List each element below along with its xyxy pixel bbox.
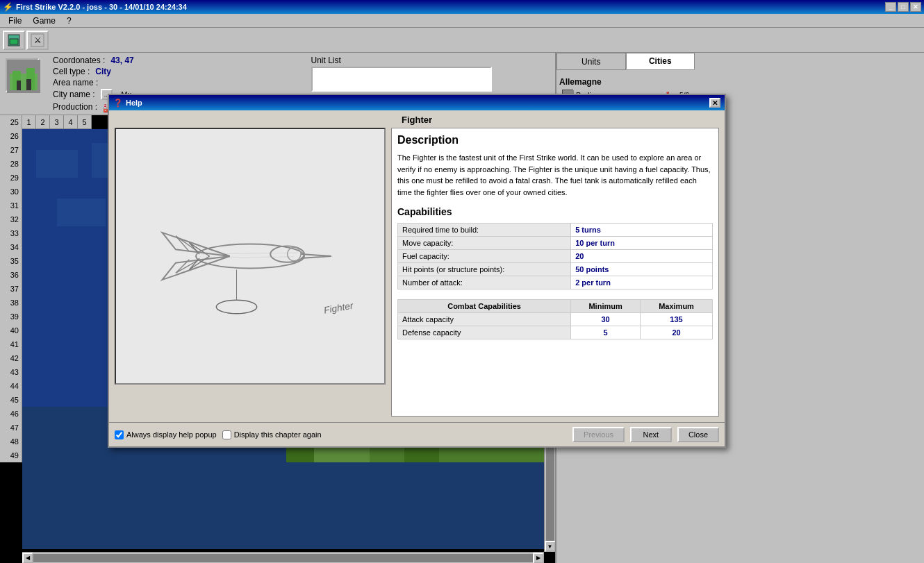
display-chapter-checkbox[interactable] — [222, 430, 231, 439]
menu-game[interactable]: Game — [27, 15, 61, 27]
svg-rect-9 — [26, 79, 31, 90]
combat-row-0: Attack capacity 30 135 — [398, 313, 713, 326]
row-48: 48 — [0, 435, 22, 448]
toolbar: ⚔ — [0, 28, 924, 53]
close-button[interactable]: ✕ — [910, 2, 921, 12]
next-button[interactable]: Next — [630, 427, 672, 442]
always-display-label: Always display help popup — [126, 430, 217, 439]
city-icon — [6, 58, 39, 92]
row-39: 39 — [0, 310, 22, 323]
dialog-subtitle: Fighter — [109, 110, 725, 128]
app-title: First Strike V2.2.0 - joss - 30 - 14/01/… — [16, 3, 187, 11]
row-30: 30 — [0, 185, 22, 199]
cap-value-1: 10 per turn — [571, 237, 713, 250]
cap-label-1: Move capacity: — [398, 237, 571, 250]
cap-label-2: Fuel capacity: — [398, 250, 571, 263]
cell-value: City — [95, 67, 111, 76]
row-25: 25 — [0, 115, 22, 129]
row-37: 37 — [0, 282, 22, 296]
cap-value-4: 2 per turn — [571, 276, 713, 289]
svg-text:⚔: ⚔ — [34, 35, 42, 45]
combat-header-row: Combat Capabilities Minimum Maximum — [398, 300, 713, 313]
cap-value-3: 50 points — [571, 263, 713, 276]
combat-table: Combat Capabilities Minimum Maximum Atta… — [397, 299, 713, 339]
combat-max-0: 135 — [641, 313, 713, 326]
col-1: 1 — [22, 115, 36, 128]
coord-value: 43, 47 — [110, 56, 133, 65]
combat-col-header-1: Minimum — [571, 300, 641, 313]
app-icon: ⚡ — [3, 2, 13, 12]
cell-row: Cell type : City — [53, 67, 292, 76]
cap-value-2: 20 — [571, 250, 713, 263]
tab-cities[interactable]: Cities — [626, 53, 695, 69]
scroll-down-button[interactable]: ▼ — [545, 541, 556, 552]
tabs-area: Units Cities — [556, 53, 695, 70]
always-display-checkbox[interactable] — [115, 430, 124, 439]
title-bar-right: _ □ ✕ — [885, 2, 921, 12]
row-41: 41 — [0, 337, 22, 351]
coord-label: Coordonates : — [53, 56, 105, 65]
cap-label-0: Required time to build: — [398, 224, 571, 237]
capabilities-table: Required time to build: 5 turns Move cap… — [397, 223, 713, 289]
tab-units[interactable]: Units — [556, 53, 626, 69]
row-34: 34 — [0, 240, 22, 254]
horizontal-scrollbar[interactable]: ◀ ▶ — [22, 552, 544, 563]
title-bar: ⚡ First Strike V2.2.0 - joss - 30 - 14/0… — [0, 0, 924, 14]
cap-label-4: Number of attack: — [398, 276, 571, 289]
dialog-close-button[interactable]: ✕ — [709, 98, 720, 108]
title-bar-left: ⚡ First Strike V2.2.0 - joss - 30 - 14/0… — [3, 2, 187, 12]
col-2: 2 — [36, 115, 50, 128]
area-row: Area name : — [53, 78, 292, 87]
col-4: 4 — [64, 115, 78, 128]
toolbar-attack-button[interactable]: ⚔ — [26, 31, 49, 50]
previous-button[interactable]: Previous — [572, 427, 625, 442]
checkbox2-area: Display this chapter again — [222, 430, 322, 439]
combat-min-0: 30 — [571, 313, 641, 326]
dialog-title-bar: ❓ Help ✕ — [109, 95, 725, 110]
svg-text:Fighter: Fighter — [323, 301, 354, 316]
row-26: 26 — [0, 129, 22, 143]
combat-min-1: 5 — [571, 326, 641, 339]
row-45: 45 — [0, 393, 22, 407]
menu-help[interactable]: ? — [61, 15, 77, 27]
row-47: 47 — [0, 421, 22, 435]
fighter-image: Fighter — [115, 128, 386, 385]
combat-label-1: Defense capacity — [398, 326, 571, 339]
dialog-content: Fighter Description The Fighter is the f… — [109, 128, 725, 422]
scroll-right-button[interactable]: ▶ — [533, 553, 544, 564]
minimize-button[interactable]: _ — [885, 2, 896, 12]
combat-max-1: 20 — [641, 326, 713, 339]
menu-file[interactable]: File — [3, 15, 27, 27]
help-icon: ❓ — [113, 99, 123, 108]
col-numbers: 1 2 3 4 5 — [22, 115, 92, 129]
horizontal-scroll-track[interactable] — [33, 554, 533, 562]
description-title: Description — [397, 134, 713, 146]
production-label: Production : — [53, 102, 97, 112]
info-scroll-area[interactable]: Description The Fighter is the fastest u… — [391, 128, 719, 417]
svg-line-46 — [203, 253, 297, 254]
cap-row-4: Number of attack: 2 per turn — [398, 276, 713, 289]
scroll-left-button[interactable]: ◀ — [22, 553, 33, 564]
unit-list-box — [311, 67, 492, 92]
checkbox1-area: Always display help popup — [115, 430, 217, 439]
combat-label-0: Attack capacity — [398, 313, 571, 326]
combat-row-1: Defense capacity 5 20 — [398, 326, 713, 339]
close-dialog-button[interactable]: Close — [677, 427, 719, 442]
help-dialog: ❓ Help ✕ Fighter — [108, 94, 726, 448]
maximize-button[interactable]: □ — [898, 2, 909, 12]
row-32: 32 — [0, 212, 22, 226]
toolbar-home-button[interactable] — [3, 31, 25, 50]
row-35: 35 — [0, 254, 22, 268]
row-38: 38 — [0, 296, 22, 310]
svg-point-43 — [216, 300, 256, 313]
area-label: Area name : — [53, 78, 98, 87]
row-49: 49 — [0, 448, 22, 462]
cap-row-0: Required time to build: 5 turns — [398, 224, 713, 237]
row-46: 46 — [0, 407, 22, 421]
dialog-title-left: ❓ Help — [113, 99, 142, 108]
coord-row: Coordonates : 43, 47 — [53, 56, 292, 65]
row-27: 27 — [0, 143, 22, 157]
combat-col-header-2: Maximum — [641, 300, 713, 313]
unit-list-label: Unit List — [311, 56, 550, 65]
col-3: 3 — [50, 115, 64, 128]
